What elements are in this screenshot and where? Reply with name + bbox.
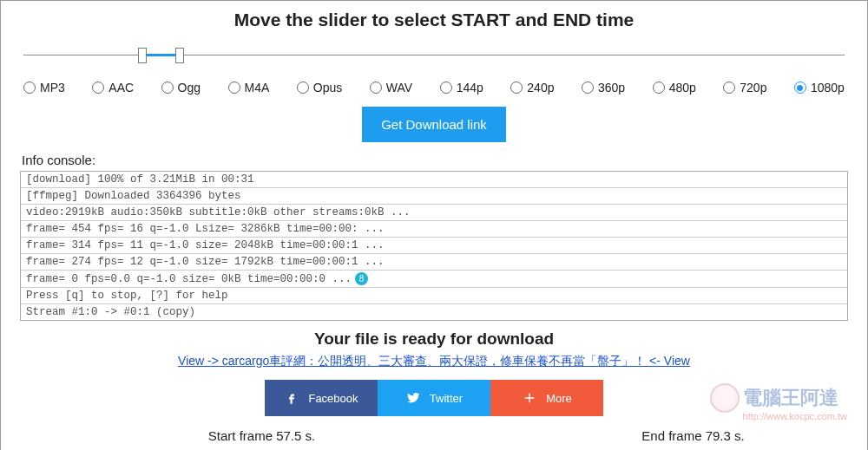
radio-icon: [297, 82, 309, 94]
format-option-144p[interactable]: 144p: [440, 81, 483, 95]
console-line: [ffmpeg] Downloaded 3364396 bytes: [21, 188, 847, 205]
slider-handle-end[interactable]: [175, 48, 184, 63]
end-frame-label: End frame 79.3 s.: [434, 428, 848, 443]
share-more-label: More: [546, 392, 572, 405]
console-line: Stream #1:0 -> #0:1 (copy): [21, 304, 847, 320]
info-console: [download] 100% of 3.21MiB in 00:31[ffmp…: [20, 171, 848, 321]
radio-icon: [161, 82, 174, 94]
radio-icon: [440, 82, 452, 94]
radio-icon: [510, 82, 523, 94]
format-label: WAV: [386, 81, 412, 95]
console-badge: 8: [355, 272, 368, 285]
format-option-1080p[interactable]: 1080p: [794, 81, 845, 95]
format-option-mp3[interactable]: MP3: [23, 81, 65, 95]
format-label: 480p: [669, 81, 696, 95]
console-line: [download] 100% of 3.21MiB in 00:31: [21, 172, 847, 188]
facebook-icon: [284, 390, 299, 406]
share-more-button[interactable]: More: [490, 380, 603, 416]
radio-icon: [794, 82, 806, 94]
format-option-720p[interactable]: 720p: [723, 81, 766, 95]
format-label: M4A: [245, 81, 270, 95]
format-label: 720p: [740, 81, 766, 95]
format-label: 144p: [457, 81, 483, 95]
format-option-aac[interactable]: AAC: [92, 81, 134, 95]
console-line: frame= 454 fps= 16 q=-1.0 Lsize= 3286kB …: [21, 221, 847, 238]
radio-icon: [723, 82, 735, 94]
format-option-m4a[interactable]: M4A: [228, 81, 270, 95]
share-twitter-label: Twitter: [430, 392, 463, 405]
console-line: frame= 274 fps= 12 q=-1.0 size= 1792kB t…: [21, 254, 847, 271]
format-option-wav[interactable]: WAV: [370, 81, 412, 95]
console-line: frame= 314 fps= 11 q=-1.0 size= 2048kB t…: [21, 238, 847, 254]
frame-times: Start frame 57.5 s. End frame 79.3 s.: [20, 428, 848, 443]
console-line: Press [q] to stop, [?] for help: [21, 288, 847, 304]
twitter-icon: [405, 390, 421, 406]
slider-selected-range: [142, 54, 180, 56]
page-title: Move the slider to select START and END …: [20, 10, 848, 30]
format-option-480p[interactable]: 480p: [653, 81, 696, 95]
radio-icon: [653, 82, 665, 94]
format-label: Ogg: [178, 81, 201, 95]
format-option-360p[interactable]: 360p: [582, 81, 625, 95]
plus-icon: [522, 390, 537, 406]
console-label: Info console:: [22, 153, 846, 167]
slider-handle-start[interactable]: [138, 48, 147, 63]
radio-icon: [23, 82, 36, 94]
format-option-ogg[interactable]: Ogg: [161, 81, 201, 95]
radio-icon: [370, 82, 382, 94]
radio-icon: [582, 82, 594, 94]
start-frame-label: Start frame 57.5 s.: [20, 428, 434, 443]
radio-icon: [92, 82, 104, 94]
radio-icon: [228, 82, 240, 94]
time-range-slider[interactable]: [23, 44, 845, 68]
console-line: frame= 0 fps=0.0 q=-1.0 size= 0kB time=0…: [21, 271, 847, 288]
format-label: 360p: [598, 81, 625, 95]
format-option-240p[interactable]: 240p: [510, 81, 554, 95]
share-facebook-button[interactable]: Facebook: [265, 380, 378, 416]
format-options: MP3AACOggM4AOpusWAV144p240p360p480p720p1…: [23, 81, 845, 95]
share-facebook-label: Facebook: [308, 392, 358, 405]
format-option-opus[interactable]: Opus: [297, 81, 342, 95]
share-row: Facebook Twitter More: [20, 380, 848, 416]
ready-title: Your file is ready for download: [20, 329, 848, 349]
console-line: video:2919kB audio:350kB subtitle:0kB ot…: [21, 205, 847, 221]
format-label: 1080p: [811, 81, 845, 95]
promo-link[interactable]: View -> carcargo車評網：公開透明、三大審查、兩大保證，修車保養不…: [20, 354, 848, 369]
format-label: 240p: [527, 81, 554, 95]
get-download-link-button[interactable]: Get Download link: [362, 107, 506, 142]
share-twitter-button[interactable]: Twitter: [378, 380, 490, 416]
format-label: MP3: [40, 81, 65, 95]
format-label: Opus: [313, 81, 342, 95]
format-label: AAC: [108, 81, 134, 95]
